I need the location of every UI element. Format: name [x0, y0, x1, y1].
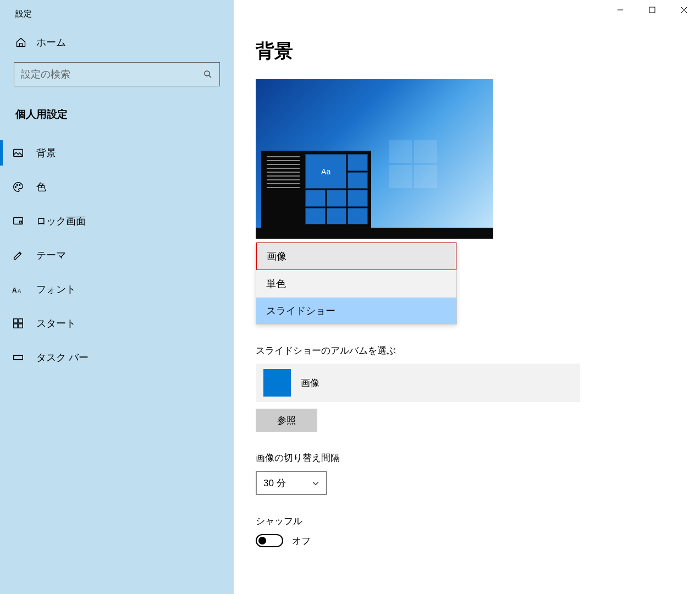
shuffle-state: オフ: [292, 535, 311, 547]
page-title: 背景: [256, 38, 700, 64]
home-icon: [15, 37, 26, 48]
search-input[interactable]: [21, 69, 203, 80]
toggle-knob: [258, 537, 266, 544]
sidebar-item-label: タスク バー: [36, 351, 89, 364]
home-label: ホーム: [36, 36, 66, 49]
maximize-button[interactable]: [636, 0, 668, 20]
dropdown-option-slideshow[interactable]: スライドショー: [256, 297, 456, 324]
dropdown-option-picture[interactable]: 画像: [256, 243, 456, 270]
svg-rect-11: [14, 324, 18, 328]
sidebar-item-label: スタート: [36, 317, 76, 330]
svg-point-2: [15, 186, 16, 188]
sidebar-item-start[interactable]: スタート: [0, 306, 234, 340]
album-label: スライドショーのアルバムを選ぶ: [256, 344, 700, 357]
album-thumbnail: [263, 369, 291, 397]
search-box[interactable]: [14, 62, 220, 86]
home-button[interactable]: ホーム: [0, 30, 234, 57]
sidebar-item-label: 背景: [36, 146, 56, 160]
windows-logo-icon: [389, 140, 438, 189]
start-icon: [12, 317, 24, 329]
image-icon: [12, 147, 24, 159]
svg-point-0: [205, 71, 210, 76]
minimize-button[interactable]: [604, 0, 636, 20]
content: 背景 Aa: [234, 22, 700, 547]
sidebar-item-label: ロック画面: [36, 215, 86, 228]
sidebar-item-colors[interactable]: 色: [0, 170, 234, 204]
svg-rect-12: [19, 324, 23, 328]
svg-point-3: [16, 184, 18, 185]
shuffle-toggle[interactable]: [256, 534, 283, 547]
category-title: 個人用設定: [0, 97, 234, 136]
svg-rect-1: [14, 150, 23, 157]
settings-window: 設定 ホーム 個人用設定 背景: [0, 0, 700, 594]
svg-point-4: [19, 184, 20, 185]
background-type-dropdown[interactable]: 画像 単色 スライドショー: [256, 242, 457, 324]
main-pane: 背景 Aa: [234, 0, 700, 594]
sidebar-item-label: テーマ: [36, 249, 66, 262]
window-title: 設定: [0, 0, 234, 30]
svg-text:A: A: [18, 288, 21, 294]
shuffle-row: オフ: [256, 534, 700, 547]
nav-list: 背景 色 ロック画面 テーマ: [0, 136, 234, 375]
chevron-down-icon: [312, 479, 319, 487]
svg-rect-13: [14, 355, 23, 359]
desktop-preview: Aa: [256, 79, 493, 239]
svg-rect-6: [20, 221, 22, 223]
theme-icon: [12, 249, 24, 261]
browse-button[interactable]: 参照: [256, 409, 317, 432]
shuffle-label: シャッフル: [256, 515, 700, 527]
font-icon: AA: [12, 283, 24, 295]
taskbar-icon: [12, 351, 24, 364]
preview-start-menu: Aa: [261, 151, 371, 228]
interval-select[interactable]: 30 分: [256, 471, 327, 495]
sidebar-item-lockscreen[interactable]: ロック画面: [0, 204, 234, 238]
preview-sample-tile: Aa: [305, 154, 346, 189]
lock-screen-icon: [12, 215, 24, 227]
album-row[interactable]: 画像: [256, 364, 580, 402]
svg-text:A: A: [12, 287, 17, 294]
sidebar-item-themes[interactable]: テーマ: [0, 238, 234, 272]
preview-taskbar: [256, 228, 493, 239]
sidebar-item-fonts[interactable]: AA フォント: [0, 272, 234, 306]
sidebar-item-taskbar[interactable]: タスク バー: [0, 340, 234, 375]
svg-rect-9: [14, 319, 18, 323]
interval-value: 30 分: [263, 477, 286, 490]
interval-label: 画像の切り替え間隔: [256, 452, 700, 464]
sidebar: 設定 ホーム 個人用設定 背景: [0, 0, 234, 594]
album-name: 画像: [301, 377, 319, 389]
search-icon: [203, 69, 213, 79]
sidebar-item-label: 色: [36, 180, 46, 194]
close-button[interactable]: [668, 0, 700, 20]
svg-rect-14: [649, 7, 655, 13]
titlebar: [234, 0, 700, 22]
palette-icon: [12, 181, 24, 193]
sidebar-item-label: フォント: [36, 283, 76, 296]
dropdown-option-solid[interactable]: 単色: [256, 270, 456, 297]
svg-rect-10: [19, 319, 23, 323]
sidebar-item-background[interactable]: 背景: [0, 136, 234, 170]
